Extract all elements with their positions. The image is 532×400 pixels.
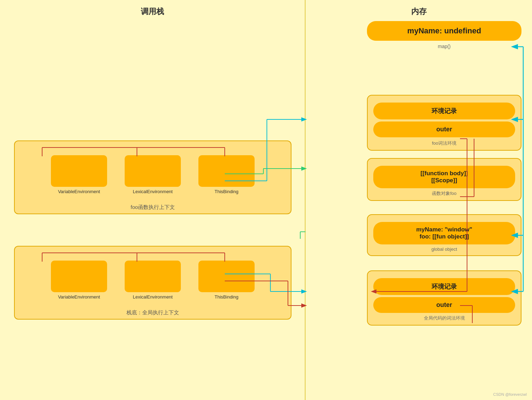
global-lexical-env-box [125,261,181,292]
global-obj-label: global object [373,247,515,252]
foo-variable-env-label: VariableEnvironment [51,189,107,194]
map-label: map() [367,44,521,49]
global-variable-env-box [51,261,107,292]
foo-env-record-block: 环境记录 [373,103,515,119]
global-context-label: 栈底：全局执行上下文 [126,309,179,316]
func-obj-label: 函数对象foo [373,190,515,197]
foo-this-binding-label: ThisBinding [198,189,255,194]
foo-execution-context: VariableEnvironment LexicalEnvironment T… [14,140,291,214]
foo-lex-label: foo词法环境 [373,140,515,146]
global-lex-section: 环境记录 outer 全局代码的词法环境 [367,270,521,326]
global-lex-label: 全局代码的词法环境 [373,315,515,321]
global-this-binding-box [198,261,255,292]
global-lexical-env-label: LexicalEnvironment [125,294,181,300]
foo-lexical-env-label: LexicalEnvironment [125,189,181,194]
left-panel-title: 调用栈 [0,0,305,20]
func-obj-section: [[function body]] [[Scope]] 函数对象foo [367,158,521,201]
foo-variable-env-box [51,155,107,187]
foo-context-label: foo函数执行上下文 [131,204,175,211]
global-outer-block: outer [373,297,515,313]
myname-undefined-block: myName: undefined [367,21,521,41]
global-obj-section: myName: "window" foo: [[fun object]] glo… [367,214,521,256]
foo-context-boxes: VariableEnvironment LexicalEnvironment T… [20,148,285,194]
global-context-boxes: VariableEnvironment LexicalEnvironment T… [20,254,285,300]
watermark: CSDN @foreverzwl [493,392,527,396]
right-panel: 内存 myName: undefined map() 环境记录 outer fo… [306,0,532,400]
global-this-binding-label: ThisBinding [198,294,255,300]
global-env-record-block: 环境记录 [373,278,515,295]
global-variable-env-label: VariableEnvironment [51,294,107,300]
foo-this-binding-box [198,155,255,187]
func-obj-block: [[function body]] [[Scope]] [373,166,515,188]
foo-lex-section: 环境记录 outer foo词法环境 [367,95,521,151]
global-obj-block: myName: "window" foo: [[fun object]] [373,222,515,244]
global-execution-context: VariableEnvironment LexicalEnvironment T… [14,246,291,320]
foo-lexical-env-box [125,155,181,187]
main-container: 调用栈 VariableEnvironment LexicalEnvironme… [0,0,532,400]
left-panel: 调用栈 VariableEnvironment LexicalEnvironme… [0,0,306,400]
right-panel-title: 内存 [306,0,532,20]
map-section: myName: undefined map() [367,21,521,52]
foo-outer-block: outer [373,122,515,137]
